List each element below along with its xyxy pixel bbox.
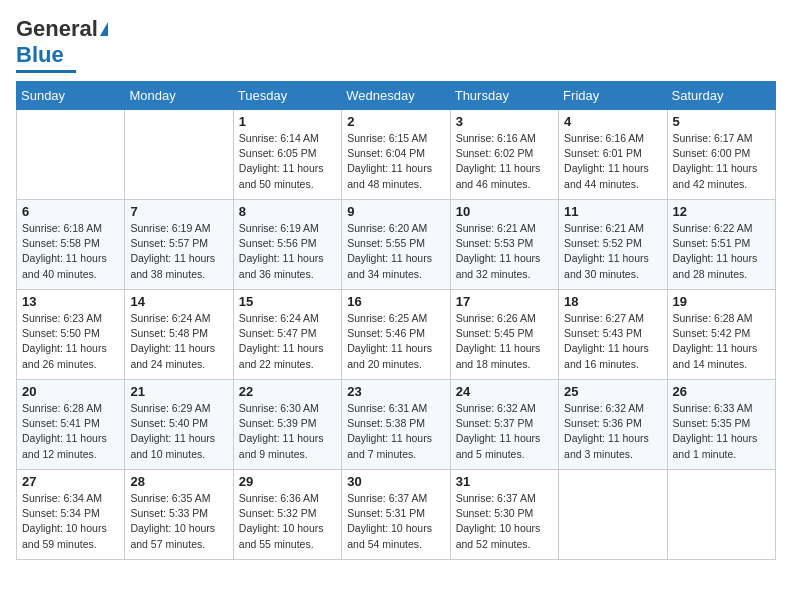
day-sunrise: Sunrise: 6:22 AM (673, 222, 753, 234)
calendar-cell: 20 Sunrise: 6:28 AM Sunset: 5:41 PM Dayl… (17, 380, 125, 470)
day-daylight: Daylight: 11 hours and 14 minutes. (673, 342, 758, 369)
calendar-cell: 17 Sunrise: 6:26 AM Sunset: 5:45 PM Dayl… (450, 290, 558, 380)
day-daylight: Daylight: 10 hours and 54 minutes. (347, 522, 432, 549)
day-number: 2 (347, 114, 444, 129)
day-number: 10 (456, 204, 553, 219)
day-daylight: Daylight: 11 hours and 44 minutes. (564, 162, 649, 189)
day-sunset: Sunset: 5:35 PM (673, 417, 751, 429)
day-number: 26 (673, 384, 770, 399)
day-sunset: Sunset: 5:36 PM (564, 417, 642, 429)
calendar-cell (125, 110, 233, 200)
day-daylight: Daylight: 11 hours and 18 minutes. (456, 342, 541, 369)
day-sunrise: Sunrise: 6:19 AM (239, 222, 319, 234)
calendar-cell: 6 Sunrise: 6:18 AM Sunset: 5:58 PM Dayli… (17, 200, 125, 290)
day-daylight: Daylight: 11 hours and 10 minutes. (130, 432, 215, 459)
day-number: 9 (347, 204, 444, 219)
day-daylight: Daylight: 11 hours and 28 minutes. (673, 252, 758, 279)
logo: General Blue (16, 16, 108, 73)
day-number: 23 (347, 384, 444, 399)
day-daylight: Daylight: 10 hours and 52 minutes. (456, 522, 541, 549)
day-sunrise: Sunrise: 6:35 AM (130, 492, 210, 504)
day-daylight: Daylight: 11 hours and 42 minutes. (673, 162, 758, 189)
calendar-cell: 1 Sunrise: 6:14 AM Sunset: 6:05 PM Dayli… (233, 110, 341, 200)
day-sunrise: Sunrise: 6:37 AM (347, 492, 427, 504)
calendar-cell: 18 Sunrise: 6:27 AM Sunset: 5:43 PM Dayl… (559, 290, 667, 380)
day-sunrise: Sunrise: 6:24 AM (239, 312, 319, 324)
calendar-cell: 30 Sunrise: 6:37 AM Sunset: 5:31 PM Dayl… (342, 470, 450, 560)
day-number: 31 (456, 474, 553, 489)
day-sunset: Sunset: 5:37 PM (456, 417, 534, 429)
day-sunset: Sunset: 5:34 PM (22, 507, 100, 519)
calendar-cell: 31 Sunrise: 6:37 AM Sunset: 5:30 PM Dayl… (450, 470, 558, 560)
day-sunrise: Sunrise: 6:14 AM (239, 132, 319, 144)
day-sunrise: Sunrise: 6:27 AM (564, 312, 644, 324)
calendar-cell (667, 470, 775, 560)
day-sunset: Sunset: 5:58 PM (22, 237, 100, 249)
day-sunrise: Sunrise: 6:29 AM (130, 402, 210, 414)
day-sunrise: Sunrise: 6:20 AM (347, 222, 427, 234)
day-number: 28 (130, 474, 227, 489)
day-daylight: Daylight: 11 hours and 50 minutes. (239, 162, 324, 189)
calendar-cell: 28 Sunrise: 6:35 AM Sunset: 5:33 PM Dayl… (125, 470, 233, 560)
calendar-cell (559, 470, 667, 560)
calendar-cell: 5 Sunrise: 6:17 AM Sunset: 6:00 PM Dayli… (667, 110, 775, 200)
day-sunset: Sunset: 6:00 PM (673, 147, 751, 159)
day-daylight: Daylight: 11 hours and 38 minutes. (130, 252, 215, 279)
day-sunset: Sunset: 5:50 PM (22, 327, 100, 339)
day-daylight: Daylight: 11 hours and 16 minutes. (564, 342, 649, 369)
weekday-header: Saturday (667, 82, 775, 110)
calendar-week-row: 6 Sunrise: 6:18 AM Sunset: 5:58 PM Dayli… (17, 200, 776, 290)
day-sunset: Sunset: 5:47 PM (239, 327, 317, 339)
day-sunrise: Sunrise: 6:33 AM (673, 402, 753, 414)
day-number: 22 (239, 384, 336, 399)
calendar-cell: 10 Sunrise: 6:21 AM Sunset: 5:53 PM Dayl… (450, 200, 558, 290)
day-sunrise: Sunrise: 6:19 AM (130, 222, 210, 234)
day-sunset: Sunset: 5:33 PM (130, 507, 208, 519)
day-daylight: Daylight: 11 hours and 7 minutes. (347, 432, 432, 459)
calendar-week-row: 20 Sunrise: 6:28 AM Sunset: 5:41 PM Dayl… (17, 380, 776, 470)
calendar-cell: 4 Sunrise: 6:16 AM Sunset: 6:01 PM Dayli… (559, 110, 667, 200)
weekday-header: Sunday (17, 82, 125, 110)
calendar-cell: 29 Sunrise: 6:36 AM Sunset: 5:32 PM Dayl… (233, 470, 341, 560)
day-sunset: Sunset: 6:04 PM (347, 147, 425, 159)
day-number: 14 (130, 294, 227, 309)
day-daylight: Daylight: 11 hours and 9 minutes. (239, 432, 324, 459)
calendar-table: SundayMondayTuesdayWednesdayThursdayFrid… (16, 81, 776, 560)
weekday-header: Thursday (450, 82, 558, 110)
calendar-cell: 12 Sunrise: 6:22 AM Sunset: 5:51 PM Dayl… (667, 200, 775, 290)
calendar-cell: 11 Sunrise: 6:21 AM Sunset: 5:52 PM Dayl… (559, 200, 667, 290)
day-number: 5 (673, 114, 770, 129)
calendar-cell: 2 Sunrise: 6:15 AM Sunset: 6:04 PM Dayli… (342, 110, 450, 200)
calendar-cell: 15 Sunrise: 6:24 AM Sunset: 5:47 PM Dayl… (233, 290, 341, 380)
weekday-header: Wednesday (342, 82, 450, 110)
day-number: 15 (239, 294, 336, 309)
day-number: 12 (673, 204, 770, 219)
calendar-cell: 24 Sunrise: 6:32 AM Sunset: 5:37 PM Dayl… (450, 380, 558, 470)
day-sunset: Sunset: 6:05 PM (239, 147, 317, 159)
day-daylight: Daylight: 11 hours and 12 minutes. (22, 432, 107, 459)
day-sunrise: Sunrise: 6:16 AM (564, 132, 644, 144)
day-sunrise: Sunrise: 6:21 AM (456, 222, 536, 234)
day-number: 30 (347, 474, 444, 489)
day-sunrise: Sunrise: 6:23 AM (22, 312, 102, 324)
day-sunset: Sunset: 5:52 PM (564, 237, 642, 249)
day-number: 6 (22, 204, 119, 219)
day-daylight: Daylight: 11 hours and 5 minutes. (456, 432, 541, 459)
logo-underline (16, 70, 76, 73)
day-sunset: Sunset: 5:39 PM (239, 417, 317, 429)
day-sunrise: Sunrise: 6:30 AM (239, 402, 319, 414)
weekday-header: Friday (559, 82, 667, 110)
day-sunset: Sunset: 5:45 PM (456, 327, 534, 339)
day-daylight: Daylight: 11 hours and 24 minutes. (130, 342, 215, 369)
day-sunset: Sunset: 5:30 PM (456, 507, 534, 519)
day-sunset: Sunset: 5:48 PM (130, 327, 208, 339)
day-sunrise: Sunrise: 6:16 AM (456, 132, 536, 144)
day-sunset: Sunset: 5:55 PM (347, 237, 425, 249)
day-sunrise: Sunrise: 6:28 AM (673, 312, 753, 324)
weekday-header: Monday (125, 82, 233, 110)
calendar-cell: 26 Sunrise: 6:33 AM Sunset: 5:35 PM Dayl… (667, 380, 775, 470)
page-header: General Blue (16, 16, 776, 73)
day-number: 13 (22, 294, 119, 309)
day-number: 17 (456, 294, 553, 309)
calendar-header-row: SundayMondayTuesdayWednesdayThursdayFrid… (17, 82, 776, 110)
